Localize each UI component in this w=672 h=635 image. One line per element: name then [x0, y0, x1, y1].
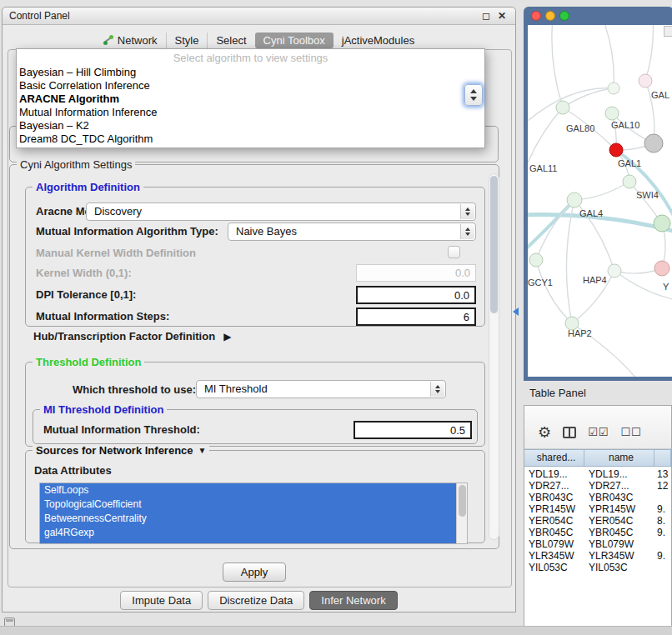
- node-label: GAL80: [566, 123, 594, 133]
- dpi-tolerance-field[interactable]: [356, 286, 476, 304]
- manual-kernel-checkbox[interactable]: [448, 246, 460, 258]
- table-row[interactable]: YBL079WYBL079W: [524, 538, 671, 550]
- sources-toggle[interactable]: Sources for Network Inference ▼: [33, 444, 209, 457]
- network-node[interactable]: [608, 82, 619, 94]
- table-cell: 9.: [654, 503, 671, 515]
- column-header-2[interactable]: [654, 450, 671, 466]
- table-row[interactable]: YPR145WYPR145W9.: [524, 503, 671, 515]
- network-node[interactable]: [639, 74, 652, 88]
- dropdown-item-bayesian-k2[interactable]: Bayesian – K2: [17, 119, 484, 132]
- network-icon: [103, 35, 113, 45]
- network-node[interactable]: [654, 261, 669, 276]
- tab-jactivemodules[interactable]: jActiveModules: [333, 32, 423, 48]
- network-node[interactable]: [567, 192, 582, 208]
- node-label: GAL: [651, 90, 669, 100]
- minimize-light-icon[interactable]: [545, 11, 555, 21]
- list-scrollbar[interactable]: [456, 483, 467, 543]
- table-cell: YBL079W: [584, 538, 654, 550]
- table-row[interactable]: YER054CYER054C8.: [524, 515, 671, 527]
- table-row[interactable]: YIL053CYIL053C: [524, 562, 671, 573]
- node-label: HAP4: [583, 275, 607, 285]
- mi-type-combo[interactable]: Naive Bayes: [228, 222, 476, 241]
- attribute-item-partial[interactable]: [40, 540, 456, 544]
- clear-selection-icon[interactable]: ☐☐: [620, 426, 641, 438]
- dropdown-item-dream8-dc-tdc-algorithm[interactable]: Dream8 DC_TDC Algorithm: [17, 132, 484, 146]
- float-window-icon[interactable]: ◻: [482, 10, 490, 22]
- bottom-tab-discretize-data[interactable]: Discretize Data: [208, 591, 304, 610]
- sources-group: Sources for Network Inference ▼ Data Att…: [25, 450, 485, 543]
- network-canvas[interactable]: GALGAL80GAL10GAL11GAL1SWI4GAL4GCY1HAP4HA…: [528, 25, 672, 377]
- network-edge[interactable]: [528, 88, 614, 125]
- table-row[interactable]: YLR345WYLR345W9.: [524, 550, 671, 562]
- network-edge[interactable]: [645, 25, 653, 81]
- network-edge[interactable]: [603, 25, 614, 88]
- column-header-shared[interactable]: shared...: [524, 450, 584, 466]
- gear-icon[interactable]: ⚙: [538, 423, 551, 442]
- table-cell: YDR27...: [524, 480, 584, 492]
- close-light-icon[interactable]: [531, 11, 541, 21]
- bottom-tab-infer-network[interactable]: Infer Network: [309, 591, 397, 610]
- attribute-item-selfloops[interactable]: SelfLoops: [40, 483, 456, 498]
- table-cell: YBR043C: [584, 492, 654, 503]
- data-attributes-label: Data Attributes: [34, 464, 112, 477]
- which-threshold-combo[interactable]: MI Threshold: [196, 380, 446, 398]
- network-view-window: GALGAL80GAL10GAL11GAL1SWI4GAL4GCY1HAP4HA…: [524, 7, 672, 381]
- kernel-width-field[interactable]: [356, 264, 476, 282]
- network-node[interactable]: [609, 143, 623, 157]
- apply-button[interactable]: Apply: [223, 562, 286, 582]
- attribute-item-gal4rgexp[interactable]: gal4RGexp: [40, 526, 456, 540]
- table-row[interactable]: YBR043CYBR043C: [524, 492, 671, 503]
- select-all-icon[interactable]: ☑☑: [588, 426, 609, 438]
- table-row[interactable]: YBR045CYBR045C9.: [524, 527, 671, 538]
- dropdown-item-aracne-algorithm[interactable]: ARACNE Algorithm: [17, 92, 484, 106]
- tab-style[interactable]: Style: [166, 32, 208, 48]
- network-node[interactable]: [529, 253, 543, 267]
- tab-label: Cyni Toolbox: [263, 34, 325, 47]
- mi-threshold-group: MI Threshold Definition Mutual Informati…: [33, 409, 478, 444]
- settings-scrollbar[interactable]: [489, 173, 499, 540]
- table-cell: YLR345W: [524, 550, 584, 562]
- node-label: GCY1: [528, 278, 553, 288]
- dropdown-item-bayesian-hill-climbing[interactable]: Bayesian – Hill Climbing: [17, 66, 484, 79]
- mi-steps-field[interactable]: [356, 308, 476, 326]
- network-edge[interactable]: [563, 88, 614, 108]
- attribute-item-betweennesscentrality[interactable]: BetweennessCentrality: [40, 512, 456, 526]
- aracne-mode-combo[interactable]: Discovery: [86, 202, 476, 221]
- close-icon[interactable]: ✕: [498, 10, 506, 22]
- bottom-tab-impute-data[interactable]: Impute Data: [120, 591, 203, 610]
- tab-cyni-toolbox[interactable]: Cyni Toolbox: [255, 32, 333, 48]
- table-cell: 9.: [654, 550, 671, 562]
- network-node[interactable]: [623, 175, 636, 188]
- network-node[interactable]: [605, 107, 619, 120]
- tab-select[interactable]: Select: [207, 32, 254, 48]
- node-label: GAL1: [618, 158, 641, 168]
- control-panel-titlebar[interactable]: Control Panel ◻ ✕: [3, 8, 515, 25]
- zoom-light-icon[interactable]: [559, 11, 569, 21]
- network-edge[interactable]: [552, 25, 563, 108]
- list-scrollbar-thumb[interactable]: [459, 485, 466, 517]
- network-edge[interactable]: [574, 182, 629, 200]
- network-node[interactable]: [644, 134, 663, 152]
- table-row[interactable]: YDR27...YDR27...12: [524, 480, 671, 492]
- combo-stepper-icon: [430, 382, 444, 397]
- canvas-scrollbar-button[interactable]: [664, 26, 672, 37]
- desktop: Control Panel ◻ ✕ NetworkStyleSelectCyni…: [0, 0, 672, 635]
- network-edge[interactable]: [566, 200, 574, 323]
- table-row[interactable]: YDL19...YDL19...13: [524, 468, 671, 480]
- panel-collapse-arrow[interactable]: [513, 308, 519, 316]
- column-header-name[interactable]: name: [584, 450, 654, 466]
- dropdown-item-basic-correlation-inference[interactable]: Basic Correlation Inference: [17, 79, 484, 92]
- dropdown-item-mutual-information-inference[interactable]: Mutual Information Inference: [17, 106, 484, 119]
- table-cell: YIL053C: [524, 562, 584, 573]
- settings-scrollbar-thumb[interactable]: [490, 176, 498, 313]
- mi-threshold-field[interactable]: [354, 421, 472, 439]
- hub-definition-toggle[interactable]: Hub/Transcription Factor Definition ▶: [33, 330, 231, 342]
- table-cell: YIL053C: [584, 562, 654, 573]
- network-node[interactable]: [556, 101, 569, 114]
- network-node[interactable]: [608, 264, 621, 278]
- attribute-item-topologicalcoefficient[interactable]: TopologicalCoefficient: [40, 498, 456, 512]
- tab-network[interactable]: Network: [95, 32, 166, 48]
- columns-icon[interactable]: [563, 427, 576, 438]
- algorithm-combo-stepper[interactable]: [464, 84, 483, 106]
- network-node[interactable]: [654, 215, 670, 232]
